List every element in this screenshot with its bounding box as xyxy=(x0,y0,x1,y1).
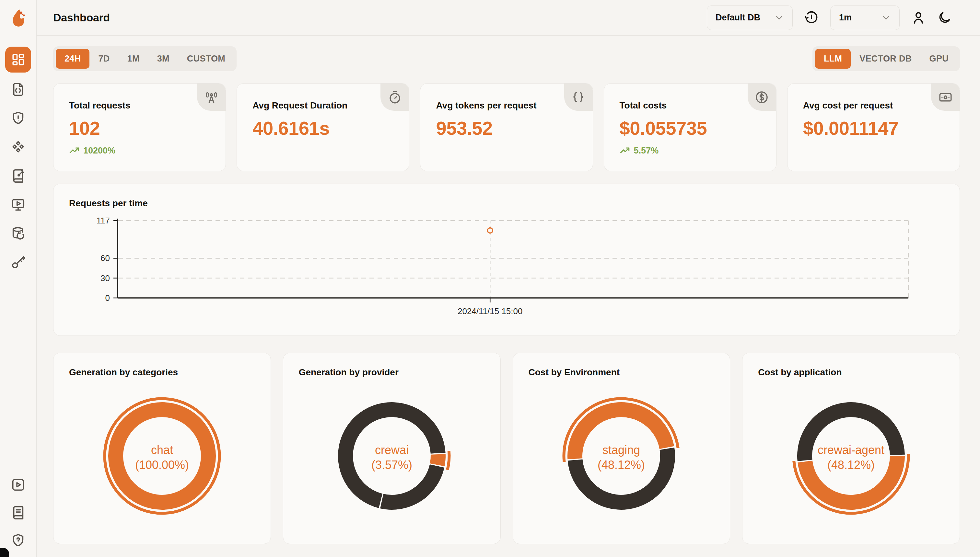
sidebar-item-dashboard[interactable] xyxy=(5,47,31,73)
file-code-icon xyxy=(11,82,26,97)
donut-card-environment: Cost by Environment staging(48.12%) xyxy=(513,353,730,544)
stat-label: Avg Request Duration xyxy=(252,100,394,111)
tab-7d[interactable]: 7D xyxy=(90,49,118,68)
time-range-tabs: 24H 7D 1M 3M CUSTOM xyxy=(53,46,237,71)
generation-by-categories-donut[interactable]: chat(100.00%) xyxy=(100,394,224,518)
page-title: Dashboard xyxy=(53,11,110,24)
chevron-down-icon xyxy=(774,13,784,23)
source-tabs: LLM VECTOR DB GPU xyxy=(812,46,960,71)
stat-label: Avg tokens per request xyxy=(436,100,577,111)
stat-value: 40.6161s xyxy=(252,117,394,139)
dashboard-icon xyxy=(11,53,25,67)
requests-per-time-chart[interactable]: 030601172024/11/15 15:00 xyxy=(69,211,945,334)
sidebar-item-evaluations[interactable] xyxy=(5,168,31,184)
trending-up-icon xyxy=(620,145,630,156)
svg-text:staging(48.12%): staging(48.12%) xyxy=(598,443,645,472)
shield-question-icon xyxy=(11,533,26,548)
stat-label: Avg cost per request xyxy=(803,100,944,111)
stat-cards-row: Total requests 102 10200% xyxy=(53,83,960,171)
banknote-icon xyxy=(931,83,960,111)
donut-card-categories: Generation by categories chat(100.00%) xyxy=(53,353,271,544)
topbar: Dashboard Default DB 1m xyxy=(37,0,980,36)
braces-icon xyxy=(564,83,593,111)
shield-alert-icon xyxy=(11,111,26,125)
user-menu-button[interactable] xyxy=(911,11,926,25)
tab-custom[interactable]: CUSTOM xyxy=(178,49,234,68)
cost-by-environment-donut[interactable]: staging(48.12%) xyxy=(560,394,683,518)
stat-card-total-requests: Total requests 102 10200% xyxy=(53,83,226,171)
topbar-controls: Default DB 1m xyxy=(707,5,952,30)
donut-card-provider: Generation by provider crewai(3.57%) xyxy=(283,353,501,544)
refresh-interval-button[interactable] xyxy=(804,11,818,25)
trending-up-icon xyxy=(69,145,79,156)
interval-selector[interactable]: 1m xyxy=(830,5,900,30)
stat-card-avg-cost: Avg cost per request $0.0011147 xyxy=(787,83,960,171)
stat-value: $0.0011147 xyxy=(803,117,944,139)
svg-text:30: 30 xyxy=(100,273,110,283)
chart-title: Requests per time xyxy=(69,198,944,208)
stat-card-avg-tokens: Avg tokens per request 953.52 xyxy=(420,83,593,171)
sidebar xyxy=(0,0,37,557)
donut-cards-row: Generation by categories chat(100.00%) G… xyxy=(53,353,960,544)
sidebar-bottom-group xyxy=(5,477,31,548)
sidebar-item-docs[interactable] xyxy=(5,505,31,520)
svg-text:2024/11/15 15:00: 2024/11/15 15:00 xyxy=(457,306,523,316)
cost-by-application-donut[interactable]: crewai-agent(48.12%) xyxy=(789,394,913,518)
stat-value: 102 xyxy=(69,117,210,139)
flame-logo-icon xyxy=(10,8,26,27)
monitor-play-icon xyxy=(11,197,26,212)
tab-vector-db[interactable]: VECTOR DB xyxy=(851,49,920,68)
sidebar-item-demos[interactable] xyxy=(5,197,31,212)
stat-card-avg-duration: Avg Request Duration 40.6161s xyxy=(237,83,409,171)
play-square-icon xyxy=(11,477,26,492)
sidebar-item-components[interactable] xyxy=(5,139,31,155)
book-pen-icon xyxy=(11,168,26,183)
svg-text:60: 60 xyxy=(100,253,110,263)
stat-value: $0.055735 xyxy=(620,117,761,139)
key-icon xyxy=(11,255,26,270)
tab-3m[interactable]: 3M xyxy=(149,49,178,68)
stat-trend: 10200% xyxy=(69,145,210,156)
requests-chart-card: Requests per time 030601172024/11/15 15:… xyxy=(53,184,960,336)
chart-title: Cost by Environment xyxy=(529,367,620,378)
book-icon xyxy=(11,505,26,520)
tab-llm[interactable]: LLM xyxy=(815,49,851,68)
generation-by-provider-donut[interactable]: crewai(3.57%) xyxy=(330,394,453,518)
tab-24h[interactable]: 24H xyxy=(56,49,90,68)
app-root: Dashboard Default DB 1m xyxy=(0,0,980,557)
stat-value: 953.52 xyxy=(436,117,577,139)
theme-toggle-button[interactable] xyxy=(937,11,952,25)
svg-text:0: 0 xyxy=(105,293,110,303)
stat-label: Total costs xyxy=(620,100,761,111)
database-restore-icon xyxy=(11,226,26,241)
db-selector-value: Default DB xyxy=(715,13,760,23)
app-logo[interactable] xyxy=(10,0,26,36)
dollar-circle-icon xyxy=(748,83,776,111)
timer-reset-icon xyxy=(804,11,818,25)
stat-label: Total requests xyxy=(69,100,210,111)
moon-icon xyxy=(937,11,952,25)
chart-title: Cost by application xyxy=(758,367,842,378)
sidebar-item-vector-db[interactable] xyxy=(5,226,31,241)
tab-1m[interactable]: 1M xyxy=(119,49,149,68)
stat-trend: 5.57% xyxy=(620,145,761,156)
sidebar-item-api-keys[interactable] xyxy=(5,254,31,270)
user-icon xyxy=(911,11,926,25)
stopwatch-icon xyxy=(381,83,409,111)
sidebar-item-requests[interactable] xyxy=(5,81,31,97)
svg-text:crewai(3.57%): crewai(3.57%) xyxy=(371,443,412,472)
sidebar-item-help[interactable] xyxy=(5,533,31,548)
sidebar-item-tutorials[interactable] xyxy=(5,477,31,493)
donut-card-application: Cost by application crewai-agent(48.12%) xyxy=(742,353,960,544)
radio-tower-icon xyxy=(197,83,225,111)
tab-gpu[interactable]: GPU xyxy=(921,49,957,68)
chart-title: Generation by categories xyxy=(69,367,178,378)
sidebar-item-security[interactable] xyxy=(5,111,31,126)
svg-text:117: 117 xyxy=(96,216,110,225)
db-selector[interactable]: Default DB xyxy=(707,5,793,30)
chevron-down-icon xyxy=(881,13,891,23)
dashboard-content: 24H 7D 1M 3M CUSTOM LLM VECTOR DB GPU xyxy=(37,36,980,557)
svg-text:chat(100.00%): chat(100.00%) xyxy=(135,443,189,472)
chart-title: Generation by provider xyxy=(299,367,399,378)
svg-text:crewai-agent(48.12%): crewai-agent(48.12%) xyxy=(818,443,884,472)
